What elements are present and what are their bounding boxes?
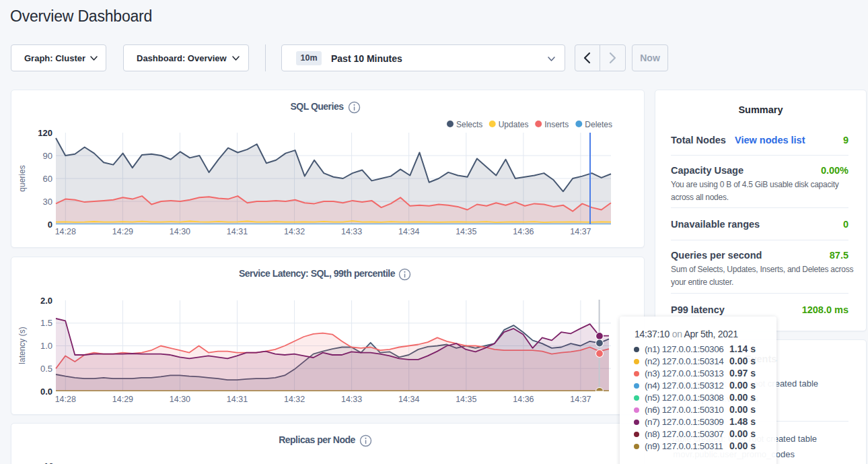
svg-text:0: 0 (48, 220, 52, 230)
svg-text:14:36: 14:36 (513, 227, 534, 236)
svg-text:Selects: Selects (456, 120, 482, 129)
svg-text:14:31: 14:31 (227, 395, 248, 404)
svg-text:2.0: 2.0 (40, 296, 52, 306)
svg-text:Deletes: Deletes (585, 120, 612, 129)
svg-text:Updates: Updates (499, 120, 529, 129)
svg-text:14:28: 14:28 (55, 395, 76, 404)
svg-text:14:34: 14:34 (398, 227, 419, 236)
svg-text:14:28: 14:28 (55, 227, 76, 236)
svg-text:14:37: 14:37 (570, 395, 591, 404)
svg-text:14:32: 14:32 (284, 395, 305, 404)
svg-text:1.5: 1.5 (40, 318, 52, 328)
svg-text:14:30: 14:30 (170, 395, 190, 404)
svg-text:14:31: 14:31 (227, 227, 248, 236)
svg-text:1.0: 1.0 (40, 341, 52, 351)
svg-text:14:29: 14:29 (112, 395, 133, 404)
svg-text:Inserts: Inserts (544, 120, 569, 129)
svg-text:120: 120 (38, 128, 52, 138)
svg-text:latency (s): latency (s) (17, 327, 27, 364)
svg-text:14:33: 14:33 (341, 395, 362, 404)
svg-text:14:35: 14:35 (456, 395, 476, 404)
svg-text:0.0: 0.0 (40, 387, 52, 397)
svg-text:14:34: 14:34 (398, 395, 419, 404)
svg-text:14:29: 14:29 (112, 227, 133, 236)
svg-text:14:30: 14:30 (170, 227, 190, 236)
svg-text:30: 30 (43, 197, 52, 207)
svg-text:14:35: 14:35 (456, 227, 476, 236)
svg-text:90: 90 (43, 151, 52, 161)
svg-text:0.5: 0.5 (40, 364, 52, 374)
svg-text:60: 60 (43, 174, 52, 184)
svg-text:14:36: 14:36 (513, 395, 534, 404)
svg-text:queries: queries (17, 165, 27, 191)
svg-text:14:33: 14:33 (341, 227, 362, 236)
svg-text:14:32: 14:32 (284, 227, 305, 236)
svg-text:14:37: 14:37 (570, 227, 591, 236)
